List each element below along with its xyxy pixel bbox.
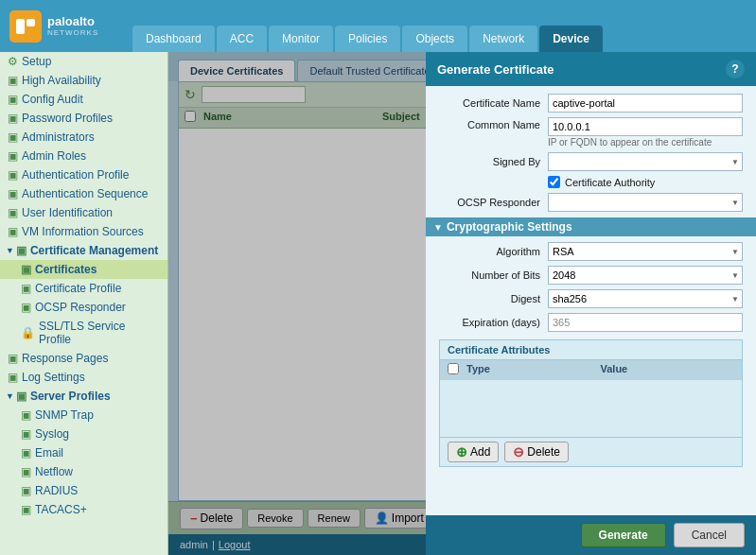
svg-rect-1 xyxy=(26,19,35,26)
attributes-table-header: Type Value xyxy=(440,360,742,380)
cert-attributes-section: Certificate Attributes Type Value ⊕ Add xyxy=(439,339,743,467)
sidebar-section-server-profiles[interactable]: ▼ ▣ Server Profiles xyxy=(0,387,167,406)
ocsp-responder-select[interactable] xyxy=(548,193,743,212)
sidebar-item-snmp-trap[interactable]: ▣SNMP Trap xyxy=(0,406,167,425)
crypto-section-header[interactable]: ▼ Cryptographic Settings xyxy=(426,217,756,236)
sidebar-item-response-pages[interactable]: ▣Response Pages xyxy=(0,349,167,368)
cert-authority-label: Certificate Authority xyxy=(565,177,655,188)
add-icon: ⊕ xyxy=(456,444,467,460)
sidebar-item-high-availability[interactable]: ▣High Availability xyxy=(0,71,167,90)
tab-network[interactable]: Network xyxy=(469,26,537,52)
digest-label: Digest xyxy=(439,293,548,304)
tab-dashboard[interactable]: Dashboard xyxy=(132,26,215,52)
sidebar-item-authentication-sequence[interactable]: ▣Authentication Sequence xyxy=(0,184,167,203)
expiration-input[interactable] xyxy=(548,313,743,332)
expiration-label: Expiration (days) xyxy=(439,317,548,328)
generate-dialog-button[interactable]: Generate xyxy=(581,523,666,547)
bits-row: Number of Bits 2048 ▼ xyxy=(439,266,743,285)
sidebar-item-syslog[interactable]: ▣Syslog xyxy=(0,425,167,443)
signed-by-select[interactable] xyxy=(548,152,743,171)
sidebar-section-certificate-management[interactable]: ▼ ▣ Certificate Management xyxy=(0,241,167,260)
sidebar-item-ssl-tls[interactable]: 🔒SSL/TLS Service Profile xyxy=(0,317,167,349)
search-input[interactable] xyxy=(202,86,306,103)
sidebar-item-ocsp-responder[interactable]: ▣OCSP Responder xyxy=(0,298,167,317)
tab-objects[interactable]: Objects xyxy=(402,26,467,52)
cert-attributes-title: Certificate Attributes xyxy=(440,340,742,360)
attr-col-type: Type xyxy=(466,363,601,377)
add-attribute-button[interactable]: ⊕ Add xyxy=(448,442,499,462)
generate-certificate-dialog: Generate Certificate ? Certificate Name … xyxy=(426,52,756,555)
logo-sub: NETWORKS xyxy=(47,28,98,37)
logout-link[interactable]: Logout xyxy=(219,539,251,550)
logo-name: paloalto xyxy=(47,15,98,28)
ocsp-responder-label: OCSP Responder xyxy=(439,197,548,208)
expiration-row: Expiration (days) xyxy=(439,313,743,332)
delete-button[interactable]: − Delete xyxy=(180,508,243,529)
tab-policies[interactable]: Policies xyxy=(335,26,400,52)
certificate-name-input[interactable] xyxy=(548,94,743,113)
col-name: Name xyxy=(203,111,382,125)
tab-device-certificates[interactable]: Device Certificates xyxy=(178,60,295,81)
revoke-button[interactable]: Revoke xyxy=(247,509,303,528)
tab-monitor[interactable]: Monitor xyxy=(269,26,333,52)
pa-logo-icon xyxy=(14,15,37,38)
sidebar-item-certificate-profile[interactable]: ▣Certificate Profile xyxy=(0,279,167,298)
sidebar-item-certificates[interactable]: ▣Certificates xyxy=(0,260,167,279)
import-icon: 👤 xyxy=(375,512,389,525)
common-name-row: Common Name IP or FQDN to appear on the … xyxy=(439,117,743,147)
sidebar-item-tacacs[interactable]: ▣TACACS+ xyxy=(0,500,167,519)
signed-by-label: Signed By xyxy=(439,156,548,167)
bits-select[interactable]: 2048 xyxy=(548,266,743,285)
common-name-hint: IP or FQDN to appear on the certificate xyxy=(548,137,743,147)
cancel-dialog-button[interactable]: Cancel xyxy=(674,523,745,547)
algorithm-row: Algorithm RSA ▼ xyxy=(439,242,743,261)
algorithm-select[interactable]: RSA xyxy=(548,242,743,261)
import-button[interactable]: 👤 Import xyxy=(364,508,434,529)
signed-by-row: Signed By ▼ xyxy=(439,152,743,171)
common-name-input[interactable] xyxy=(548,117,743,136)
sidebar-item-admin-roles[interactable]: ▣Admin Roles xyxy=(0,147,167,165)
logo: paloalto NETWORKS xyxy=(9,10,114,43)
dialog-title: Generate Certificate xyxy=(437,62,554,77)
dialog-body: Certificate Name Common Name IP or FQDN … xyxy=(426,86,756,515)
tab-device[interactable]: Device xyxy=(539,26,603,52)
sidebar-item-authentication-profile[interactable]: ▣Authentication Profile xyxy=(0,165,167,184)
sidebar-item-administrators[interactable]: ▣Administrators xyxy=(0,128,167,147)
attr-col-value: Value xyxy=(601,363,735,377)
delete-attribute-button[interactable]: ⊖ Delete xyxy=(504,442,569,462)
dialog-header: Generate Certificate ? xyxy=(426,52,756,86)
common-name-label: Common Name xyxy=(439,117,548,130)
svg-rect-0 xyxy=(16,19,25,34)
sidebar-item-config-audit[interactable]: ▣Config Audit xyxy=(0,90,167,109)
bits-label: Number of Bits xyxy=(439,269,548,281)
sidebar-item-setup[interactable]: ⚙Setup xyxy=(0,52,167,71)
sidebar-item-radius[interactable]: ▣RADIUS xyxy=(0,481,167,500)
renew-button[interactable]: Renew xyxy=(308,509,360,528)
attributes-footer: ⊕ Add ⊖ Delete xyxy=(440,437,742,466)
attributes-table-body xyxy=(440,380,742,437)
attributes-select-all[interactable] xyxy=(448,363,459,374)
delete-icon: ⊖ xyxy=(513,444,524,460)
dialog-footer: Generate Cancel xyxy=(426,515,756,555)
tab-acc[interactable]: ACC xyxy=(217,26,267,52)
nav-tabs: Dashboard ACC Monitor Policies Objects N… xyxy=(132,26,603,52)
cert-authority-checkbox[interactable] xyxy=(548,176,560,188)
digest-row: Digest sha256 ▼ xyxy=(439,289,743,308)
help-button[interactable]: ? xyxy=(726,60,745,78)
certificate-name-row: Certificate Name xyxy=(439,94,743,113)
crypto-section-arrow: ▼ xyxy=(433,222,443,233)
refresh-icon[interactable]: ↻ xyxy=(185,87,196,102)
sidebar-item-email[interactable]: ▣Email xyxy=(0,443,167,462)
sidebar-item-user-identification[interactable]: ▣User Identification xyxy=(0,203,167,222)
sidebar: ⚙Setup ▣High Availability ▣Config Audit … xyxy=(0,52,168,555)
algorithm-label: Algorithm xyxy=(439,246,548,257)
sidebar-item-netflow[interactable]: ▣Netflow xyxy=(0,462,167,481)
minus-icon: − xyxy=(190,512,198,526)
digest-select[interactable]: sha256 xyxy=(548,289,743,308)
sidebar-item-log-settings[interactable]: ▣Log Settings xyxy=(0,368,167,387)
sidebar-item-vm-information-sources[interactable]: ▣VM Information Sources xyxy=(0,222,167,241)
select-all-checkbox[interactable] xyxy=(185,111,196,122)
cert-authority-row: Certificate Authority xyxy=(548,176,743,188)
sidebar-item-password-profiles[interactable]: ▣Password Profiles xyxy=(0,109,167,128)
admin-text: admin xyxy=(180,539,208,550)
